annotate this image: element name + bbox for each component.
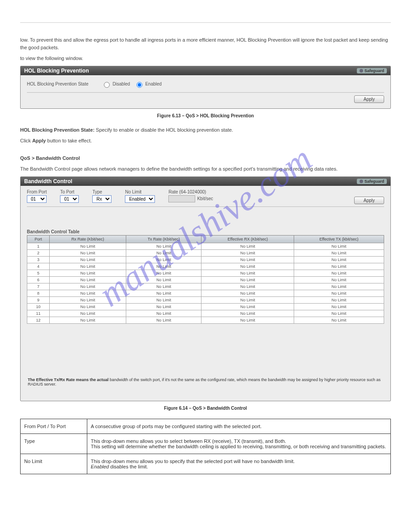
bw-cell: No Limit bbox=[126, 310, 201, 317]
bw-cell: 4 bbox=[27, 263, 50, 270]
bw-cell: 10 bbox=[27, 303, 50, 310]
kbitsec-label: Kbit/sec bbox=[197, 196, 213, 201]
to-port-select[interactable]: 01 bbox=[60, 195, 79, 203]
hol-disabled-input[interactable] bbox=[104, 82, 110, 88]
bw-cell: No Limit bbox=[50, 290, 126, 296]
bw-table-label: Bandwidth Control Table bbox=[27, 229, 384, 234]
bw-cell: No Limit bbox=[294, 276, 384, 283]
bw-cell: 11 bbox=[27, 310, 50, 317]
figure-1-caption: Figure 6.13 – QoS > HOL Blocking Prevent… bbox=[20, 113, 391, 118]
bw-cell: No Limit bbox=[294, 263, 384, 270]
param-nolimit-desc: This drop-down menu allows you to specif… bbox=[87, 454, 390, 474]
bw-cell: No Limit bbox=[126, 303, 201, 310]
bw-cell: 6 bbox=[27, 276, 50, 283]
bw-cell: No Limit bbox=[50, 249, 126, 256]
param-nolimit-desc1: This drop-down menu allows you to specif… bbox=[91, 459, 295, 464]
param-type-desc: This drop-down menu allows you to select… bbox=[87, 433, 390, 454]
hol-enabled-label: Enabled bbox=[145, 82, 162, 86]
bw-table-header: Effective RX (Kbit/sec) bbox=[201, 235, 294, 243]
bw-table-header: Tx Rate (Kbit/sec) bbox=[126, 235, 201, 243]
bw-cell: No Limit bbox=[50, 317, 126, 323]
bw-cell: No Limit bbox=[201, 270, 294, 276]
top-divider bbox=[20, 22, 391, 23]
hol-desc-1: HOL Blocking Prevention State: Specify t… bbox=[20, 126, 391, 134]
bw-cell: No Limit bbox=[126, 270, 201, 276]
bw-cell: No Limit bbox=[201, 256, 294, 263]
bw-cell: No Limit bbox=[294, 310, 384, 317]
bw-cell: No Limit bbox=[294, 317, 384, 323]
bw-cell: 5 bbox=[27, 270, 50, 276]
param-type-desc1: This drop-down menu allows you to select… bbox=[91, 438, 286, 444]
param-nolimit-em: Enabled bbox=[91, 464, 109, 469]
bw-intro: The Bandwidth Control page allows networ… bbox=[20, 165, 391, 173]
bw-cell: No Limit bbox=[50, 243, 126, 249]
bw-cell: No Limit bbox=[201, 296, 294, 303]
hol-enabled-radio[interactable]: Enabled bbox=[134, 81, 162, 88]
hol-panel: HOL Blocking Prevention Safeguard HOL Bl… bbox=[20, 66, 391, 109]
bw-cell: No Limit bbox=[201, 276, 294, 283]
bw-apply-button[interactable]: Apply bbox=[354, 197, 384, 204]
table-row: 10No LimitNo LimitNo LimitNo Limit bbox=[27, 303, 384, 310]
rate-label: Rate (64-1024000) bbox=[168, 189, 213, 194]
param-nolimit-rest: disables the limit. bbox=[109, 464, 148, 469]
hol-panel-header: HOL Blocking Prevention Safeguard bbox=[21, 66, 390, 75]
table-row: 6No LimitNo LimitNo LimitNo Limit bbox=[27, 276, 384, 283]
bw-cell: No Limit bbox=[126, 290, 201, 296]
bw-cell: No Limit bbox=[201, 249, 294, 256]
table-row: 8No LimitNo LimitNo LimitNo Limit bbox=[27, 290, 384, 296]
bw-cell: No Limit bbox=[201, 243, 294, 249]
safeguard-label: Safeguard bbox=[364, 69, 384, 73]
bw-title: Bandwidth Control bbox=[24, 178, 72, 184]
hol-desc-bold: HOL Blocking Prevention State: bbox=[20, 127, 94, 133]
bw-cell: 12 bbox=[27, 317, 50, 323]
table-row: 12No LimitNo LimitNo LimitNo Limit bbox=[27, 317, 384, 323]
table-row: 2No LimitNo LimitNo LimitNo Limit bbox=[27, 249, 384, 256]
bw-safeguard-label: Safeguard bbox=[364, 179, 384, 184]
bw-footer-bold: The Effective Tx/Rx Rate means the actua… bbox=[28, 378, 110, 382]
safeguard-icon bbox=[360, 69, 363, 73]
bw-cell: 9 bbox=[27, 296, 50, 303]
bw-cell: No Limit bbox=[50, 283, 126, 290]
bw-cell: No Limit bbox=[50, 263, 126, 270]
bw-cell: No Limit bbox=[294, 249, 384, 256]
from-port-select[interactable]: 01 bbox=[27, 195, 47, 203]
table-row: 7No LimitNo LimitNo LimitNo Limit bbox=[27, 283, 384, 290]
bw-cell: No Limit bbox=[201, 263, 294, 270]
param-fromto-label: From Port / To Port bbox=[21, 419, 87, 433]
param-type-label: Type bbox=[21, 433, 87, 454]
hol-desc-2: Click Apply button to take effect. bbox=[20, 137, 391, 145]
table-row: 1No LimitNo LimitNo LimitNo Limit bbox=[27, 243, 384, 249]
bw-safeguard-icon bbox=[360, 180, 363, 183]
bw-cell: No Limit bbox=[294, 243, 384, 249]
hol-disabled-label: Disabled bbox=[112, 82, 130, 86]
bw-cell: No Limit bbox=[126, 283, 201, 290]
param-table: From Port / To Port A consecutive group … bbox=[20, 419, 391, 474]
bw-cell: No Limit bbox=[50, 310, 126, 317]
bw-cell: No Limit bbox=[126, 296, 201, 303]
hol-click-prefix: Click bbox=[20, 138, 32, 143]
hol-apply-word: Apply bbox=[32, 138, 46, 143]
param-nolimit-label: No Limit bbox=[21, 454, 87, 474]
bw-cell: No Limit bbox=[126, 249, 201, 256]
bw-cell: No Limit bbox=[50, 270, 126, 276]
bw-table-header: Port bbox=[27, 235, 50, 243]
nolimit-select[interactable]: Enabled bbox=[125, 195, 155, 203]
bw-panel: Bandwidth Control Safeguard From Port 01… bbox=[20, 176, 391, 401]
type-label: Type bbox=[92, 189, 111, 194]
bw-cell: 3 bbox=[27, 256, 50, 263]
hol-disabled-radio[interactable]: Disabled bbox=[102, 81, 130, 88]
hol-enabled-input[interactable] bbox=[137, 82, 142, 88]
bw-section-heading: QoS > Bandwidth Control bbox=[20, 154, 391, 162]
param-fromto-desc: A consecutive group of ports may be conf… bbox=[87, 419, 390, 433]
bw-cell: No Limit bbox=[201, 290, 294, 296]
bw-cell: No Limit bbox=[50, 303, 126, 310]
table-row: 9No LimitNo LimitNo LimitNo Limit bbox=[27, 296, 384, 303]
rate-input[interactable] bbox=[168, 195, 195, 202]
type-select[interactable]: Rx bbox=[92, 195, 111, 203]
bw-cell: No Limit bbox=[294, 270, 384, 276]
bw-cell: No Limit bbox=[126, 243, 201, 249]
hol-desc-rest: Specify to enable or disable the HOL blo… bbox=[94, 127, 233, 133]
bw-cell: 8 bbox=[27, 290, 50, 296]
hol-apply-button[interactable]: Apply bbox=[354, 95, 384, 103]
table-row: 11No LimitNo LimitNo LimitNo Limit bbox=[27, 310, 384, 317]
